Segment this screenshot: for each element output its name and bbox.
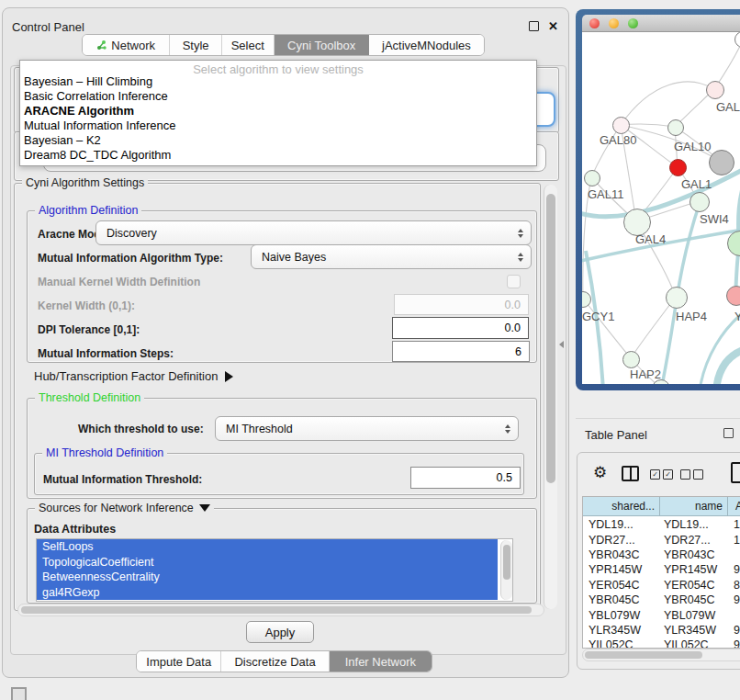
table-row[interactable]: YBR043CYBR043C xyxy=(583,548,740,562)
minimize-traffic-light-icon[interactable] xyxy=(609,18,619,28)
which-threshold-combo[interactable]: MI Threshold xyxy=(215,416,519,441)
cell: YPR145W xyxy=(660,563,728,576)
cell: YDL19... xyxy=(583,518,660,531)
scrollbar-thumb[interactable] xyxy=(21,606,532,614)
cell: YIL052C xyxy=(583,638,660,649)
node-gal7[interactable] xyxy=(706,81,724,99)
node-gal1[interactable] xyxy=(669,159,687,176)
hub-section[interactable]: Hub/Transcription Factor Definition xyxy=(34,369,233,383)
split-pane-collapse-icon[interactable] xyxy=(559,341,564,348)
dropdown-item[interactable]: Dream8 DC_TDC Algorithm xyxy=(24,148,171,163)
list-vertical-scrollbar[interactable] xyxy=(500,540,512,600)
aracne-mode-combo[interactable]: Discovery xyxy=(95,220,532,245)
table-panel-float-icon[interactable] xyxy=(723,428,734,438)
node-label: GAL4 xyxy=(635,232,666,246)
cell: 9. xyxy=(728,624,740,637)
deselect-all-checkbox-icon[interactable] xyxy=(680,469,703,480)
float-window-icon[interactable] xyxy=(529,21,539,31)
gear-icon[interactable]: ⚙ xyxy=(593,465,607,480)
node-gal11[interactable] xyxy=(584,170,600,186)
tab-jactivemnodules[interactable]: jActiveMNodules xyxy=(369,35,484,55)
list-item[interactable]: SelfLoops xyxy=(37,539,498,555)
column-header-cut[interactable]: A xyxy=(728,497,740,516)
column-header-shared-name[interactable]: shared... xyxy=(583,497,660,516)
node-pink-edge[interactable] xyxy=(726,286,740,306)
select-all-checkbox-icon[interactable]: ✓✓ xyxy=(650,469,673,480)
dropdown-item-selected[interactable]: ARACNE Algorithm xyxy=(24,104,134,119)
tab-select[interactable]: Select xyxy=(222,35,275,55)
tab-impute-data[interactable]: Impute Data xyxy=(137,651,221,672)
table-row[interactable]: YBL079WYBL079W xyxy=(583,607,740,622)
table-panel-title: Table Panel xyxy=(585,428,647,442)
tab-infer-network[interactable]: Infer Network xyxy=(330,651,432,672)
network-icon xyxy=(96,40,107,51)
mi-threshold-group-title: MI Threshold Definition xyxy=(42,446,167,459)
node-label: GAL80 xyxy=(600,133,636,147)
network-view-canvas[interactable]: GAL GAL80 GAL10 GAL1 GAL11 SWI4 GAL4 GCY… xyxy=(582,32,740,384)
table-row[interactable]: YDR27...YDR27...12 xyxy=(583,532,740,547)
tab-discretize-data[interactable]: Discretize Data xyxy=(221,651,329,672)
minimized-panel-icon[interactable] xyxy=(11,687,27,700)
settings-vertical-scrollbar[interactable] xyxy=(544,185,557,609)
cell: YBR043C xyxy=(660,548,728,561)
columns-icon[interactable] xyxy=(622,466,639,481)
mi-threshold-value: 0.5 xyxy=(497,471,512,484)
tab-cyni-toolbox[interactable]: Cyni Toolbox xyxy=(275,35,369,55)
scrollbar-thumb[interactable] xyxy=(546,194,555,483)
network-window-titlebar[interactable] xyxy=(582,15,740,32)
list-item[interactable]: gal4RGexp xyxy=(37,585,498,601)
function-builder-icon[interactable] xyxy=(731,462,740,483)
mi-threshold-field[interactable]: 0.5 xyxy=(410,467,521,489)
node-label: Y xyxy=(734,310,740,323)
collapse-down-icon[interactable] xyxy=(199,504,210,512)
close-traffic-light-icon[interactable] xyxy=(589,18,600,28)
threshold-title: Threshold Definition xyxy=(35,391,144,404)
expand-right-icon[interactable] xyxy=(225,371,233,382)
table-row[interactable]: YIL052CYIL052C9. xyxy=(583,638,740,649)
node-label: SWI4 xyxy=(700,212,729,226)
data-attributes-label: Data Attributes xyxy=(34,523,116,536)
mi-steps-field[interactable]: 6 xyxy=(392,341,530,362)
settings-horizontal-scrollbar[interactable] xyxy=(17,604,544,616)
dropdown-item[interactable]: Mutual Information Inference xyxy=(24,119,175,133)
zoom-traffic-light-icon[interactable] xyxy=(628,18,638,28)
table-row[interactable]: YLR345WYLR345W9. xyxy=(583,623,740,638)
dropdown-item[interactable]: Basic Correlation Inference xyxy=(24,89,168,104)
cell: YDR27... xyxy=(583,534,660,547)
scrollbar-thumb[interactable] xyxy=(585,651,702,659)
dropdown-item[interactable]: Bayesian – Hill Climbing xyxy=(24,74,152,89)
node-swi4[interactable] xyxy=(690,192,710,212)
node-label: GAL1 xyxy=(681,177,712,191)
tab-style[interactable]: Style xyxy=(170,35,222,55)
tab-network[interactable]: Network xyxy=(83,35,170,55)
which-threshold-value: MI Threshold xyxy=(226,423,293,435)
table-row[interactable]: YER054CYER054C8. xyxy=(583,578,740,593)
sources-title-wrap[interactable]: Sources for Network Inference xyxy=(35,502,214,514)
dropdown-item[interactable]: Bayesian – K2 xyxy=(24,133,101,148)
dpi-tolerance-field[interactable]: 0.0 xyxy=(392,317,529,339)
table-row[interactable]: YPR145WYPR145W9. xyxy=(583,562,740,577)
close-icon[interactable]: ✕ xyxy=(548,20,558,32)
node-gal10[interactable] xyxy=(667,119,684,136)
cell: YBL079W xyxy=(583,609,660,622)
node-gray[interactable] xyxy=(709,150,734,175)
mi-threshold-label: Mutual Information Threshold: xyxy=(43,473,202,486)
manual-kernel-checkbox[interactable] xyxy=(507,275,521,288)
column-header-name[interactable]: name xyxy=(660,497,728,516)
apply-button[interactable]: Apply xyxy=(246,621,314,643)
screen: Control Panel ✕ Network Style Select Cyn… xyxy=(0,0,740,700)
table-horizontal-scrollbar[interactable] xyxy=(582,649,740,661)
list-item[interactable]: TopologicalCoefficient xyxy=(37,555,498,570)
cell: YBR043C xyxy=(583,548,660,561)
algorithm-dropdown-popup: Select algorithm to view settings Bayesi… xyxy=(19,60,537,166)
node-hap2[interactable] xyxy=(622,351,640,368)
list-item[interactable]: BetweennessCentrality xyxy=(37,570,498,585)
mi-type-combo[interactable]: Naive Bayes xyxy=(251,244,532,269)
table-row[interactable]: YBR045CYBR045C9. xyxy=(583,593,740,607)
kernel-width-field: 0.0 xyxy=(394,294,529,315)
table-row[interactable]: YDL19...YDL19...13 xyxy=(583,517,740,532)
scrollbar-thumb[interactable] xyxy=(503,545,510,580)
node-hap4[interactable] xyxy=(666,287,688,309)
control-panel: Control Panel ✕ Network Style Select Cyn… xyxy=(2,7,569,678)
node-gal80[interactable] xyxy=(612,117,630,134)
